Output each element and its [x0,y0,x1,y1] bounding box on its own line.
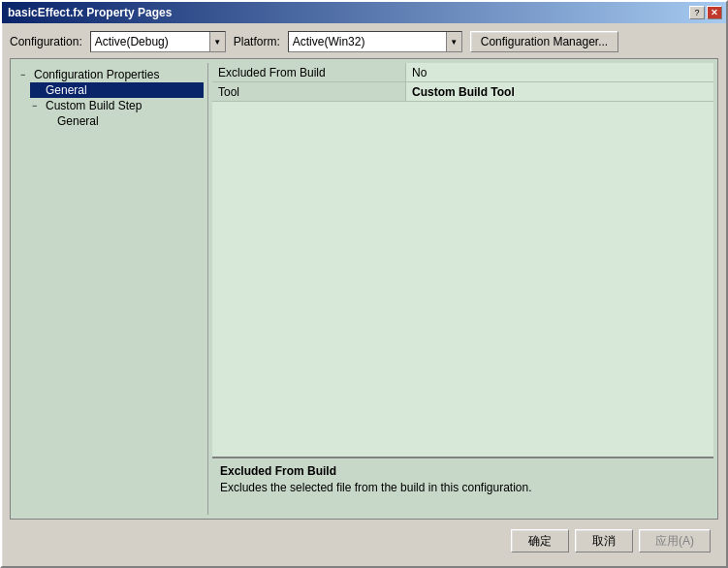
tree-panel: − Configuration Properties General − Cus… [15,63,208,515]
config-dropdown-value: Active(Debug) [95,35,209,48]
main-content: − Configuration Properties General − Cus… [10,58,718,520]
platform-dropdown-arrow[interactable]: ▼ [446,32,461,51]
config-dropdown-arrow[interactable]: ▼ [209,32,225,51]
table-row: Tool Custom Build Tool [212,82,713,102]
footer-title: Excluded From Build [220,464,706,478]
properties-footer: Excluded From Build Excludes the selecte… [212,457,713,515]
platform-dropdown-value: Active(Win32) [293,35,446,48]
close-button[interactable]: ✕ [707,6,722,19]
config-dropdown[interactable]: Active(Debug) ▼ [90,31,226,52]
prop-value-tool[interactable]: Custom Build Tool [406,82,713,101]
ok-button[interactable]: 确定 [511,529,569,552]
bottom-buttons: 确定 取消 应用(A) [10,525,718,558]
help-button[interactable]: ? [689,6,705,19]
properties-table: Excluded From Build No Tool Custom Build… [212,63,713,457]
platform-dropdown[interactable]: Active(Win32) ▼ [288,31,462,52]
tree-item-label: Configuration Properties [34,68,159,81]
properties-panel: Excluded From Build No Tool Custom Build… [212,63,713,515]
platform-label: Platform: [234,35,280,48]
toolbar-row: Configuration: Active(Debug) ▼ Platform:… [10,31,718,52]
tree-item-general[interactable]: General [30,82,204,98]
apply-button[interactable]: 应用(A) [639,529,711,552]
window-body: Configuration: Active(Debug) ▼ Platform:… [2,23,726,566]
table-row: Excluded From Build No [212,63,713,82]
config-manager-button[interactable]: Configuration Manager... [470,31,618,52]
main-window: basicEffect.fx Property Pages ? ✕ Config… [0,0,728,568]
title-bar: basicEffect.fx Property Pages ? ✕ [2,2,726,23]
tree-item-label: Custom Build Step [46,99,142,112]
tree-item-custom-build-step[interactable]: − Custom Build Step [30,98,204,113]
cancel-button[interactable]: 取消 [575,529,633,552]
prop-key-excluded: Excluded From Build [212,63,406,81]
tree-item-label: General [46,83,87,97]
config-label: Configuration: [10,35,82,48]
prop-value-excluded[interactable]: No [406,63,713,81]
tree-item-label: General [57,114,99,128]
title-bar-buttons: ? ✕ [689,6,722,19]
tree-item-general-2[interactable]: General [42,113,204,129]
window-title: basicEffect.fx Property Pages [6,6,172,19]
prop-key-tool: Tool [212,82,406,101]
tree-item-config-properties[interactable]: − Configuration Properties [18,67,204,82]
footer-description: Excludes the selected file from the buil… [220,481,706,494]
tree-expand-icon: − [20,70,32,79]
tree-expand-icon: − [32,101,44,110]
